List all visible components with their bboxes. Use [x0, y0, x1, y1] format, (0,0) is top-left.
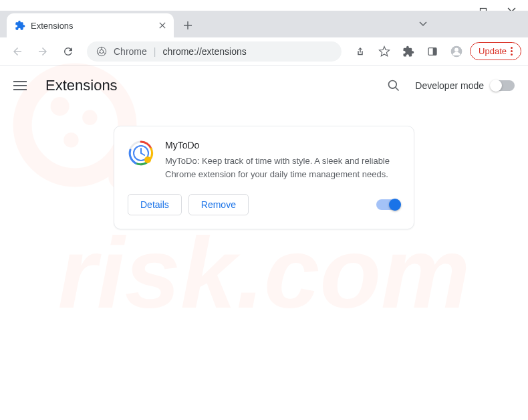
toggle-off-icon [491, 80, 515, 91]
svg-point-11 [454, 47, 458, 51]
developer-mode-toggle[interactable]: Developer mode [415, 80, 515, 91]
extension-icon [15, 20, 25, 31]
svg-point-15 [144, 156, 151, 163]
hamburger-menu-button[interactable] [13, 76, 32, 95]
page-title: Extensions [45, 77, 118, 94]
omnibox-chrome-label: Chrome [114, 46, 147, 57]
browser-tab-extensions[interactable]: Extensions [7, 13, 174, 37]
svg-rect-9 [433, 47, 436, 55]
menu-dots-icon [511, 47, 513, 56]
tab-search-button[interactable] [418, 20, 428, 27]
extension-app-icon [128, 140, 154, 167]
chrome-logo-icon [96, 46, 107, 57]
omnibox-divider: | [154, 46, 156, 57]
bookmark-button[interactable] [374, 41, 395, 62]
update-button[interactable]: Update [470, 42, 521, 60]
svg-point-12 [389, 81, 397, 89]
tab-strip: Extensions [0, 11, 528, 37]
new-tab-button[interactable] [178, 15, 198, 35]
remove-button[interactable]: Remove [188, 194, 249, 215]
close-tab-button[interactable] [159, 22, 166, 29]
search-extensions-button[interactable] [383, 75, 404, 96]
extensions-button[interactable] [398, 41, 419, 62]
developer-mode-label: Developer mode [415, 80, 484, 91]
extension-name: MyToDo [165, 140, 400, 150]
details-button[interactable]: Details [128, 194, 182, 215]
page-header: Extensions Developer mode [0, 66, 528, 106]
extension-enable-toggle[interactable] [376, 199, 400, 210]
reload-button[interactable] [57, 41, 79, 62]
extensions-list: MyToDo MyToDo: Keep track of time with s… [0, 106, 528, 229]
forward-button[interactable] [32, 41, 53, 62]
back-button[interactable] [7, 41, 28, 62]
browser-toolbar: Chrome | chrome://extensions Update [0, 37, 528, 66]
extension-description: MyToDo: Keep track of time with style. A… [165, 154, 400, 181]
extension-card-mytodo: MyToDo MyToDo: Keep track of time with s… [114, 126, 414, 229]
update-label: Update [479, 46, 507, 56]
omnibox-url: chrome://extensions [162, 46, 246, 57]
address-bar[interactable]: Chrome | chrome://extensions [87, 41, 342, 62]
tab-title: Extensions [31, 21, 74, 31]
share-button[interactable] [350, 41, 371, 62]
profile-button[interactable] [446, 41, 467, 62]
sidepanel-button[interactable] [422, 41, 443, 62]
